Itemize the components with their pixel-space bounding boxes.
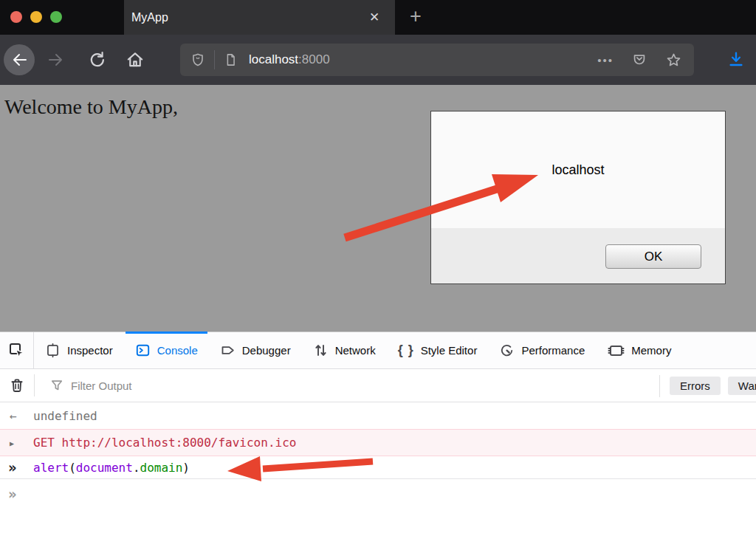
tab-label: Performance xyxy=(521,344,585,357)
alert-message: localhost xyxy=(431,111,725,228)
token-function: alert xyxy=(33,461,69,475)
tab-label: Memory xyxy=(631,344,671,357)
forward-button[interactable] xyxy=(45,50,67,69)
url-bar[interactable]: localhost:8000 ••• xyxy=(180,44,694,76)
tab-memory[interactable]: Memory xyxy=(596,332,682,368)
downloads-button[interactable] xyxy=(725,49,747,70)
filter-bar-separator xyxy=(659,375,660,397)
zoom-window-button[interactable] xyxy=(50,11,62,23)
reload-button[interactable] xyxy=(86,49,107,70)
tab-performance[interactable]: Performance xyxy=(488,332,596,368)
style-editor-braces-icon: { } xyxy=(398,343,414,358)
home-button[interactable] xyxy=(125,49,145,70)
browser-window: MyApp ✕ + xyxy=(0,0,756,536)
performance-gauge-icon xyxy=(499,343,515,358)
page-welcome-text: Welcome to MyApp, xyxy=(4,95,178,119)
navigation-toolbar: localhost:8000 ••• xyxy=(0,35,756,85)
back-button[interactable] xyxy=(4,44,35,75)
network-icon xyxy=(313,343,329,358)
expand-triangle-icon[interactable]: ▶ xyxy=(10,439,14,447)
filter-warnings-button[interactable]: Warnings xyxy=(728,377,756,395)
tab-style-editor[interactable]: { } Style Editor xyxy=(387,332,489,368)
tab-label: Network xyxy=(335,344,376,357)
tab-debugger[interactable]: Debugger xyxy=(209,332,302,368)
tab-console[interactable]: Console xyxy=(124,332,209,368)
filter-toggle-group: Errors Warnings xyxy=(659,369,756,402)
home-icon xyxy=(126,50,145,69)
tab-label: Inspector xyxy=(67,344,113,357)
token-paren: ( xyxy=(69,461,76,475)
result-value: undefined xyxy=(33,409,97,423)
filter-errors-button[interactable]: Errors xyxy=(670,377,721,395)
result-return-arrow-icon: ← xyxy=(10,409,17,423)
tab-label: Style Editor xyxy=(421,344,478,357)
console-result-row[interactable]: ← undefined xyxy=(0,402,756,429)
new-tab-button[interactable]: + xyxy=(405,6,427,28)
urlbar-actions: ••• xyxy=(597,52,682,69)
reload-icon xyxy=(87,50,106,69)
trash-icon xyxy=(9,377,25,394)
clear-console-button[interactable] xyxy=(0,369,34,402)
url-text[interactable]: localhost:8000 xyxy=(249,52,330,67)
url-host: localhost xyxy=(249,52,298,66)
download-icon xyxy=(726,50,746,69)
tab-label: Debugger xyxy=(242,344,291,357)
prompt-chevron-icon: » xyxy=(8,486,16,502)
minimize-window-button[interactable] xyxy=(30,11,42,23)
window-controls xyxy=(10,11,62,23)
token-property: domain xyxy=(140,461,183,475)
page-actions-icon[interactable]: ••• xyxy=(597,54,614,66)
console-input-row[interactable]: » xyxy=(0,479,756,509)
tab-label: Console xyxy=(157,344,198,357)
tab-inspector[interactable]: Inspector xyxy=(34,332,124,368)
command-expression: alert(document.domain) xyxy=(33,461,190,475)
back-arrow-icon xyxy=(10,51,28,69)
urlbar-separator xyxy=(214,50,215,69)
filter-output-input[interactable]: Filter Output xyxy=(71,379,132,392)
alert-dialog: localhost OK xyxy=(430,111,726,284)
filter-bar-separator xyxy=(34,374,35,396)
tracking-protection-shield-icon[interactable] xyxy=(190,52,205,68)
tab-network[interactable]: Network xyxy=(302,332,387,368)
token-dot: . xyxy=(133,461,140,475)
titlebar: MyApp ✕ + xyxy=(0,0,756,35)
command-chevron-icon: » xyxy=(8,459,16,475)
token-paren: ) xyxy=(182,461,190,475)
debugger-icon xyxy=(220,343,236,358)
filter-funnel-icon xyxy=(49,378,64,393)
console-icon xyxy=(135,343,151,358)
console-filter-bar: Filter Output Errors Warnings xyxy=(0,369,756,402)
console-command-row[interactable]: » alert(document.domain) xyxy=(0,456,756,479)
console-output: ← undefined ▶ GET http://localhost:8000/… xyxy=(0,402,756,536)
url-port: :8000 xyxy=(298,52,330,66)
error-message: GET http://localhost:8000/favicon.ico xyxy=(33,436,296,450)
browser-tab[interactable]: MyApp ✕ xyxy=(124,0,395,35)
token-object: document xyxy=(76,461,133,475)
forward-arrow-icon xyxy=(47,51,66,69)
tab-close-icon[interactable]: ✕ xyxy=(365,9,383,27)
alert-footer: OK xyxy=(431,228,725,284)
inspector-icon xyxy=(45,343,61,358)
page-content: Welcome to MyApp, localhost OK xyxy=(0,85,756,331)
pocket-icon[interactable] xyxy=(631,52,647,68)
close-window-button[interactable] xyxy=(10,11,22,23)
devtools-toolbar: Inspector Console Debugger Network { } S… xyxy=(0,331,756,369)
pick-element-icon xyxy=(8,342,26,360)
tab-title: MyApp xyxy=(131,11,168,24)
console-error-row[interactable]: ▶ GET http://localhost:8000/favicon.ico xyxy=(0,429,756,456)
ok-button[interactable]: OK xyxy=(605,244,701,269)
bookmark-star-icon[interactable] xyxy=(665,52,682,69)
pick-element-button[interactable] xyxy=(0,332,34,368)
memory-chip-icon xyxy=(607,342,625,360)
page-info-icon[interactable] xyxy=(224,52,238,68)
